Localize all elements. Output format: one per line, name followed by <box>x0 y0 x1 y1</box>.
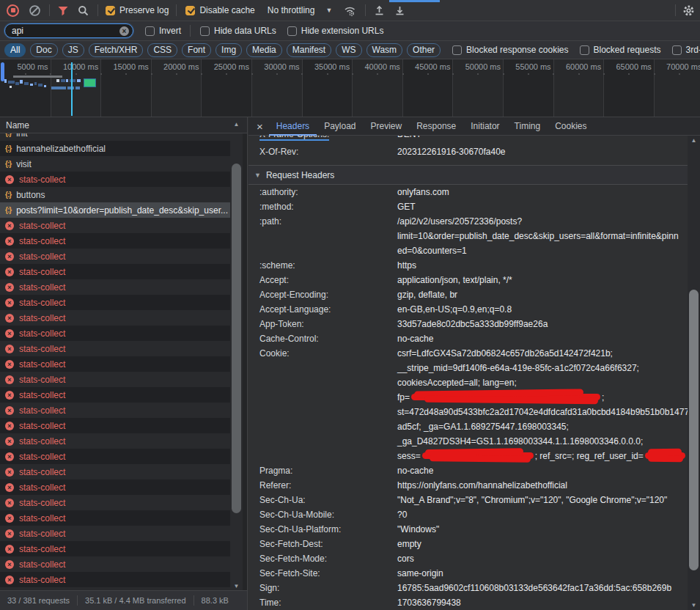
value-text: sess= <box>397 451 421 461</box>
request-row[interactable]: ×stats-collect <box>0 387 230 403</box>
request-row[interactable]: ×stats-collect <box>0 541 230 556</box>
value-text: csrf=LdfcGX4Sa72db06824c657db26a5d142472… <box>397 348 613 359</box>
request-row[interactable]: {:}buttons <box>0 187 230 202</box>
blocked-response-cookies-checkbox[interactable] <box>452 45 462 55</box>
request-row[interactable]: ×stats-collect <box>0 403 230 418</box>
tab-cookies[interactable]: Cookies <box>548 117 594 136</box>
hide-extension-urls-checkbox[interactable] <box>287 26 297 36</box>
filter-input[interactable]: api × <box>4 23 133 38</box>
request-row[interactable]: ×stats-collect <box>0 341 230 356</box>
scroll-up-icon[interactable]: ▲ <box>230 121 243 128</box>
request-row[interactable]: ×stats-collect <box>0 495 230 510</box>
header-value-line: https://onlyfans.com/hannahelizabethoffi… <box>397 478 688 493</box>
filter-pill-fetch-xhr[interactable]: Fetch/XHR <box>89 43 144 57</box>
filter-pill-ws[interactable]: WS <box>336 43 361 57</box>
header-value-line: 33d57ade8c02dbc5a333db99ff9ae26a <box>397 317 688 331</box>
request-row[interactable]: {:}hannahelizabethofficial <box>0 141 230 156</box>
throttling-select[interactable]: No throttling <box>268 5 315 15</box>
request-list-scrollbar[interactable]: ▲ ▼ <box>230 133 243 590</box>
tab-initiator[interactable]: Initiator <box>463 117 506 136</box>
timeline-tick-dot <box>100 73 102 75</box>
header-row: Sec-Fetch-Mode:cors <box>248 551 688 566</box>
timeline-tick-dot <box>176 73 177 75</box>
request-row[interactable]: ×stats-collect <box>0 279 230 295</box>
request-row[interactable]: {:}visit <box>0 156 230 172</box>
hide-data-urls-checkbox[interactable] <box>200 26 210 36</box>
record-button[interactable] <box>7 4 19 17</box>
filter-icon[interactable] <box>57 5 69 16</box>
close-details-icon[interactable]: × <box>257 117 263 136</box>
scroll-down-icon[interactable]: ▼ <box>230 583 243 589</box>
filter-pill-js[interactable]: JS <box>62 43 84 57</box>
request-row[interactable]: ×stats-collect <box>0 372 230 387</box>
filter-pill-other[interactable]: Other <box>407 43 441 57</box>
tab-preview[interactable]: Preview <box>364 117 410 136</box>
request-row[interactable]: ×stats-collect <box>0 218 230 233</box>
scroll-down-icon[interactable]: ▼ <box>688 602 700 609</box>
request-row[interactable]: ×stats-collect <box>0 556 230 572</box>
tab-timing[interactable]: Timing <box>507 117 548 136</box>
filter-pill-all[interactable]: All <box>4 43 26 57</box>
filter-pill-wasm[interactable]: Wasm <box>366 43 403 57</box>
invert-checkbox[interactable] <box>145 26 155 36</box>
network-conditions-icon[interactable] <box>343 4 357 17</box>
details-scrollbar[interactable]: ▲ ▼ <box>688 136 700 610</box>
request-row[interactable]: ×stats-collect <box>0 233 230 249</box>
request-row[interactable]: ×stats-collect <box>0 356 230 372</box>
request-row[interactable]: ×stats-collect <box>0 526 230 541</box>
value-text: limit=10&order=publish_date_desc&skip_us… <box>397 231 679 241</box>
transferred-size: 35.1 kB / 4.4 MB transferred <box>85 596 186 605</box>
overview-window-handle[interactable] <box>1 62 4 81</box>
request-row[interactable]: ×stats-collect <box>0 479 230 495</box>
request-row[interactable]: ×stats-collect <box>0 572 230 587</box>
settings-gear-icon[interactable] <box>682 4 695 17</box>
request-row[interactable]: {:}init <box>0 133 230 141</box>
request-row[interactable]: ×stats-collect <box>0 464 230 479</box>
waterfall-bar <box>24 82 29 85</box>
timeline-tick-dot <box>276 73 278 75</box>
request-row[interactable]: {:}posts?limit=10&order=publish_date_des… <box>0 202 230 218</box>
search-icon[interactable] <box>78 5 89 16</box>
tab-payload[interactable]: Payload <box>317 117 363 136</box>
export-har-icon[interactable] <box>394 4 405 16</box>
request-row[interactable]: ×stats-collect <box>0 264 230 279</box>
value-text: ; ref_src=; reg_ref_user_id= <box>535 451 644 461</box>
request-row[interactable]: ×stats-collect <box>0 310 230 326</box>
name-column-header[interactable]: Name <box>0 117 247 133</box>
import-har-icon[interactable] <box>374 4 385 16</box>
request-row[interactable]: ×stats-collect <box>0 249 230 264</box>
request-row[interactable]: ×stats-collect <box>0 326 230 341</box>
header-row: Accept:application/json, text/plain, */* <box>248 273 688 287</box>
request-row[interactable]: ×stats-collect <box>0 418 230 433</box>
request-row[interactable]: ×stats-collect <box>0 172 230 187</box>
request-row[interactable]: ×stats-collect <box>0 510 230 526</box>
filter-pill-manifest[interactable]: Manifest <box>287 43 331 57</box>
scrollbar-thumb[interactable] <box>689 290 699 570</box>
scroll-up-icon[interactable]: ▲ <box>688 137 700 144</box>
timeline-gridline <box>503 59 504 117</box>
value-text: ; <box>602 392 604 403</box>
preserve-log-checkbox[interactable] <box>106 6 115 15</box>
request-headers-section-header[interactable]: ▼Request Headers <box>248 165 688 185</box>
request-row[interactable]: ×stats-collect <box>0 433 230 449</box>
clear-button[interactable] <box>29 4 41 17</box>
filter-pill-media[interactable]: Media <box>246 43 282 57</box>
request-row[interactable]: ×stats-collect <box>0 295 230 310</box>
header-value: https <box>397 258 688 273</box>
filter-pill-font[interactable]: Font <box>182 43 211 57</box>
filter-pill-css[interactable]: CSS <box>147 43 177 57</box>
tab-headers[interactable]: Headers <box>269 117 317 136</box>
throttling-dropdown-caret[interactable]: ▼ <box>325 7 332 14</box>
network-overview-timeline[interactable]: 5000 ms10000 ms15000 ms20000 ms25000 ms3… <box>0 59 700 117</box>
filter-pill-img[interactable]: Img <box>215 43 242 57</box>
request-row[interactable]: ×stats-collect <box>0 449 230 464</box>
header-value: "Not_A Brand";v="8", "Chromium";v="120",… <box>397 493 688 507</box>
scrollbar-thumb[interactable] <box>232 163 241 513</box>
value-text: GET <box>397 202 416 212</box>
third-party-requests-checkbox[interactable] <box>672 45 682 55</box>
tab-response[interactable]: Response <box>409 117 463 136</box>
disable-cache-checkbox[interactable] <box>185 6 195 15</box>
filter-pill-doc[interactable]: Doc <box>30 43 57 57</box>
blocked-requests-checkbox[interactable] <box>580 45 589 55</box>
clear-filter-icon[interactable]: × <box>119 26 129 36</box>
